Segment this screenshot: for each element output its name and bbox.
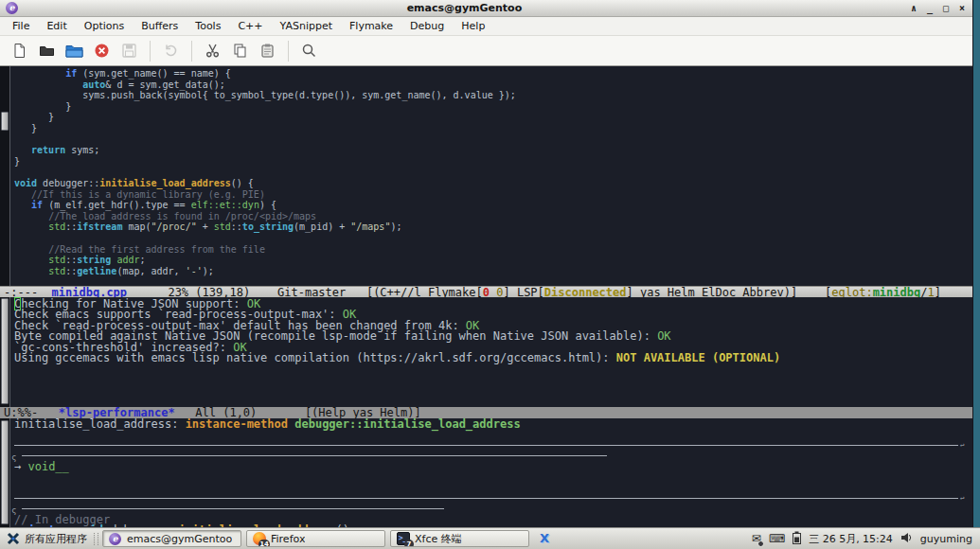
text-segment: elf::et::dyn [191, 200, 259, 210]
minimize-button[interactable]: _ [927, 2, 933, 15]
eldoc-scrollbar[interactable] [0, 418, 10, 527]
terminal-icon: >_ 7 [396, 532, 410, 546]
text-line [14, 430, 972, 440]
paste-icon[interactable] [254, 39, 281, 63]
menu-item[interactable]: YASnippet [272, 18, 341, 34]
horizontal-rule [14, 498, 958, 499]
battery-icon[interactable] [793, 531, 801, 547]
eldoc-window: initialise_load_address: instance-method… [0, 418, 972, 527]
text-segment: ] yas Helm ElDoc Abbrev)] [ [627, 286, 832, 297]
eldoc-buffer[interactable]: initialise_load_address: instance-method… [10, 418, 972, 527]
code-scrollbar[interactable] [0, 66, 10, 286]
title-bar[interactable]: e emacs@gymGentoo ∧ _ □ × [0, 0, 972, 17]
text-line: } [14, 156, 972, 168]
text-segment: } [14, 112, 54, 122]
text-line: } [14, 112, 972, 123]
text-segment [14, 255, 48, 265]
text-segment: //If this is a dynamic library (e.g. PIE… [31, 189, 265, 200]
text-segment: 23% (139,18) Git-master [(C++//l Flymake… [127, 286, 483, 297]
keyboard-icon[interactable]: ⌨ [769, 532, 785, 545]
menu-item[interactable]: Flymake [341, 18, 401, 34]
text-segment: initialise_load_address [99, 178, 230, 188]
open-file-icon[interactable] [33, 39, 61, 63]
emacs-icon: e [6, 2, 18, 14]
menu-item[interactable]: C++ [229, 18, 271, 34]
text-segment: //The load address is found in /proc/<pi… [48, 211, 316, 221]
taskbar-button-x[interactable]: X [534, 530, 555, 547]
text-segment: std [48, 221, 65, 232]
taskbar-button-terminal[interactable]: >_ 7 Xfce 终端 [390, 530, 529, 547]
copy-icon[interactable] [226, 39, 254, 63]
horizontal-rule [14, 445, 958, 446]
text-segment: "/proc/" [151, 221, 197, 232]
search-icon[interactable] [295, 39, 323, 63]
menu-item[interactable]: Tools [187, 18, 229, 34]
volume-icon[interactable] [900, 532, 913, 546]
menu-item[interactable]: Buffers [133, 18, 187, 34]
horizontal-rule [22, 455, 606, 456]
text-line: //The load address is found in /proc/<pi… [14, 211, 972, 222]
lsp-scrollbar[interactable] [0, 297, 10, 407]
text-line: U:%%- *lsp-performance* All (1,0) [(Help… [4, 407, 972, 418]
text-segment: U:%%- [4, 407, 59, 418]
menu-item[interactable]: Debug [401, 18, 453, 34]
new-file-icon[interactable] [6, 39, 33, 63]
text-segment [14, 221, 48, 232]
text-segment: (m_pid) + [294, 221, 350, 232]
text-segment: ] [935, 286, 941, 297]
open-directory-icon[interactable] [61, 39, 88, 63]
applications-menu-icon [7, 532, 20, 545]
mail-icon[interactable]: ✉ [752, 532, 761, 545]
text-segment: ); [390, 221, 401, 232]
lsp-performance-buffer[interactable]: Checking for Native JSON support: OKChec… [10, 297, 972, 407]
text-line: initialise_load_address: instance-method… [14, 419, 972, 430]
menu-item[interactable]: File [4, 18, 38, 34]
menu-item[interactable]: Help [453, 18, 493, 34]
text-segment: (m_elf.get_hdr().type == [43, 200, 191, 210]
text-segment: All (1,0) [(Help yas Helm)] [175, 407, 421, 418]
text-line: //Read the first address from the file [14, 244, 972, 256]
text-segment [14, 189, 31, 200]
cut-icon[interactable] [199, 39, 226, 63]
text-segment: return [31, 145, 65, 155]
text-segment: (sym.get_name() == name) { [77, 68, 231, 79]
text-segment: std [48, 266, 65, 276]
text-line: syms.push_back(symbol{ to_symbol_type(d.… [14, 90, 972, 101]
undo-icon[interactable] [157, 39, 185, 63]
text-segment: syms; [65, 145, 99, 155]
text-segment: ; [139, 255, 145, 265]
taskbar-button-firefox[interactable]: 14 Firefox [246, 530, 385, 547]
scrollbar-thumb[interactable] [1, 298, 9, 404]
scrollbar-thumb[interactable] [1, 420, 9, 524]
menu-item[interactable]: Edit [38, 18, 75, 34]
text-segment: void [14, 178, 37, 188]
text-segment: syms.push_back(symbol{ to_symbol_type(d.… [14, 90, 516, 100]
text-segment: if [65, 68, 77, 79]
maximize-button[interactable]: □ [943, 2, 949, 15]
text-segment [14, 68, 65, 79]
code-buffer[interactable]: if (sym.get_name() == name) { auto& d = … [10, 66, 972, 286]
text-segment: 1 [927, 286, 934, 297]
menu-bar: FileEditOptionsBuffersToolsC++YASnippetF… [0, 17, 972, 36]
close-button[interactable]: × [959, 2, 965, 15]
horizontal-rule [22, 508, 443, 509]
clock[interactable]: 三 26 5月, 15:24 [809, 532, 893, 546]
panel-handle[interactable] [94, 533, 98, 545]
modeline-lsp-performance[interactable]: U:%%- *lsp-performance* All (1,0) [(Help… [0, 407, 972, 418]
text-segment: string [77, 255, 111, 265]
save-buffer-icon[interactable] [116, 39, 143, 63]
text-segment: } [14, 156, 20, 167]
taskbar-button-emacs[interactable]: e emacs@gymGentoo [102, 530, 241, 547]
window-count-badge: 7 [404, 540, 414, 548]
text-segment: "/maps" [350, 221, 390, 232]
modeline-minidbg[interactable]: -:--- minidbg.cpp 23% (139,18) Git-maste… [0, 286, 972, 297]
menu-item[interactable]: Options [76, 18, 133, 34]
shade-button[interactable]: ∧ [911, 2, 917, 15]
code-window: if (sym.get_name() == name) { auto& d = … [0, 66, 972, 286]
text-line [14, 167, 972, 178]
applications-menu[interactable]: 所有应用程序 [4, 528, 90, 549]
scrollbar-thumb[interactable] [1, 112, 9, 131]
close-buffer-icon[interactable] [88, 39, 116, 63]
text-line [14, 483, 972, 493]
text-segment: addr [116, 255, 139, 265]
